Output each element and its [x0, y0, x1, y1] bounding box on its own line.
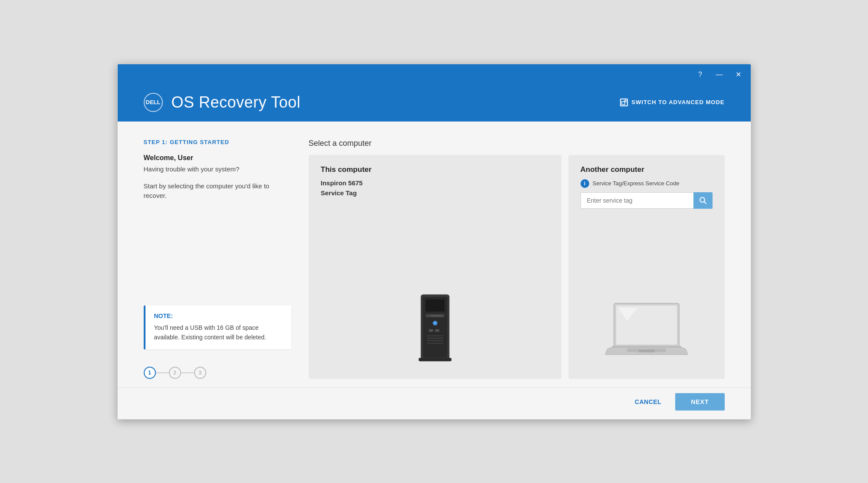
instruction-text: Start by selecting the computer you'd li…	[144, 181, 291, 201]
footer: CANCEL NEXT	[118, 388, 751, 419]
svg-rect-5	[430, 315, 442, 316]
service-tag-row: i Service Tag/Express Service Code	[581, 179, 713, 188]
svg-rect-3	[426, 299, 444, 311]
close-button[interactable]: ✕	[733, 69, 744, 80]
trouble-text: Having trouble with your system?	[144, 165, 291, 173]
this-computer-card[interactable]: This computer Inspiron 5675 Service Tag	[309, 155, 561, 379]
step-3-dot: 3	[194, 367, 206, 379]
computer-model: Inspiron 5675	[321, 179, 549, 187]
app-title: OS Recovery Tool	[172, 93, 300, 112]
svg-line-16	[704, 201, 706, 204]
svg-rect-12	[427, 340, 443, 341]
svg-rect-11	[427, 338, 443, 338]
step-line-1	[156, 372, 169, 373]
service-tag-input-row	[581, 192, 713, 209]
header: DELL OS Recovery Tool SWITCH TO ADVANCED…	[118, 85, 751, 122]
desktop-tower-icon	[407, 290, 463, 364]
step-indicators: 1 2 3	[144, 367, 291, 379]
note-label: NOTE:	[154, 312, 283, 319]
svg-point-7	[433, 321, 437, 325]
this-computer-title: This computer	[321, 165, 549, 174]
service-tag-input[interactable]	[581, 192, 693, 209]
dell-logo: DELL	[144, 93, 163, 112]
cancel-button[interactable]: CANCEL	[628, 394, 668, 410]
advanced-mode-button[interactable]: SWITCH TO ADVANCED MODE	[620, 99, 724, 106]
external-link-icon	[620, 99, 628, 106]
service-tag-field-label: Service Tag/Express Service Code	[593, 180, 680, 187]
titlebar: ? — ✕	[118, 64, 751, 85]
next-button[interactable]: NEXT	[675, 393, 724, 411]
note-content: You'll need a USB with 16 GB of space av…	[154, 323, 283, 342]
advanced-mode-label: SWITCH TO ADVANCED MODE	[631, 99, 724, 105]
info-icon: i	[581, 179, 589, 188]
titlebar-controls: ? — ✕	[695, 69, 744, 80]
right-panel: Select a computer This computer Inspiron…	[309, 139, 725, 379]
step-1-dot: 1	[144, 367, 156, 379]
svg-rect-22	[612, 346, 681, 348]
laptop-illustration	[581, 216, 713, 368]
svg-rect-13	[427, 342, 443, 343]
step-2-dot: 2	[169, 367, 181, 379]
note-box: NOTE: You'll need a USB with 16 GB of sp…	[144, 306, 291, 349]
search-button[interactable]	[693, 192, 713, 209]
step-line-2	[181, 372, 194, 373]
svg-rect-21	[639, 350, 654, 352]
computer-illustration	[321, 197, 549, 368]
app-window: ? — ✕ DELL OS Recovery Tool SWITCH TO AD…	[117, 64, 751, 420]
search-icon	[699, 197, 707, 204]
main-content: STEP 1: GETTING STARTED Welcome, User Ha…	[118, 122, 751, 388]
left-panel: STEP 1: GETTING STARTED Welcome, User Ha…	[144, 139, 291, 379]
laptop-icon	[603, 299, 690, 364]
svg-rect-10	[427, 335, 443, 336]
minimize-button[interactable]: —	[714, 69, 725, 80]
computer-cards: This computer Inspiron 5675 Service Tag	[309, 155, 725, 379]
another-computer-card[interactable]: Another computer i Service Tag/Express S…	[568, 155, 725, 379]
svg-rect-9	[435, 329, 439, 332]
svg-rect-14	[419, 358, 452, 361]
select-computer-label: Select a computer	[309, 139, 725, 148]
help-button[interactable]: ?	[695, 69, 706, 80]
step-label: STEP 1: GETTING STARTED	[144, 139, 291, 145]
service-tag-label: Service Tag	[321, 189, 549, 197]
another-computer-title: Another computer	[581, 165, 713, 174]
svg-rect-8	[429, 329, 432, 332]
welcome-text: Welcome, User	[144, 154, 291, 162]
header-left: DELL OS Recovery Tool	[144, 93, 300, 112]
